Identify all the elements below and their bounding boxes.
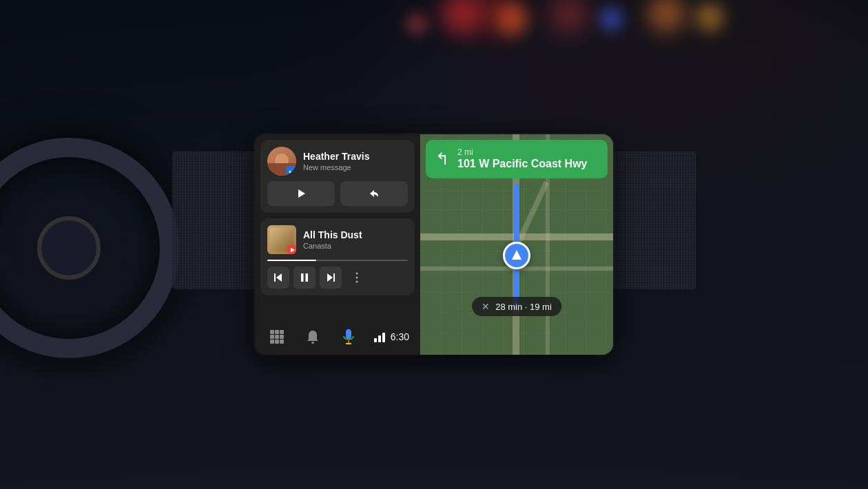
track-title: All This Dust [303,229,408,241]
apps-button[interactable] [266,326,288,348]
notifications-button[interactable] [302,326,324,348]
message-card[interactable]: Heather Travis New message [260,140,415,213]
map-panel[interactable]: ↰ 2 mi 101 W Pacific Coast Hwy ✕ 28 min … [420,134,613,355]
svg-point-9 [356,277,358,279]
music-header: All This Dust Canasta [267,225,408,254]
svg-rect-21 [346,329,351,339]
album-art [267,225,296,254]
bell-icon [306,329,320,344]
message-badge [287,166,296,176]
android-auto-screen: Heather Travis New message [255,134,613,355]
nav-distance: 2 mi [457,147,588,157]
music-source-badge [287,244,296,254]
turn-arrow-icon: ↰ [435,149,449,169]
svg-rect-2 [274,273,276,282]
svg-point-20 [311,342,314,344]
message-icon [289,169,295,174]
play-message-button[interactable] [267,181,335,206]
svg-rect-19 [280,340,284,344]
direction-arrow [512,250,521,260]
bottom-nav: 6:30 [255,319,420,355]
contact-name: Heather Travis [303,151,408,163]
svg-marker-7 [327,273,333,282]
nav-right: 6:30 [374,331,409,342]
skip-back-button[interactable] [267,267,289,289]
skip-forward-button[interactable] [320,267,342,289]
navigation-banner: ↰ 2 mi 101 W Pacific Coast Hwy [426,140,608,178]
left-panel: Heather Travis New message [255,134,420,355]
eta-badge: ✕ 28 min · 19 mi [472,297,561,316]
music-controls [267,267,408,289]
message-actions [267,181,408,206]
svg-rect-17 [270,340,274,344]
nav-left [266,326,360,348]
play-icon [296,188,307,199]
progress-fill [267,260,316,261]
apps-icon [269,329,285,344]
assistant-button[interactable] [338,326,360,348]
svg-rect-13 [280,330,284,334]
signal-indicator [374,331,385,342]
svg-marker-1 [291,248,295,252]
skip-back-icon [273,273,283,282]
svg-rect-14 [270,335,274,339]
svg-rect-11 [270,330,274,334]
track-artist: Canasta [303,242,408,250]
bokeh-lights [0,0,868,138]
navigation-info: 2 mi 101 W Pacific Coast Hwy [457,147,588,170]
svg-point-8 [356,273,358,275]
svg-rect-5 [306,273,309,282]
skip-forward-icon [326,273,335,282]
pause-button[interactable] [293,267,316,289]
svg-rect-4 [301,273,304,282]
more-options-button[interactable] [346,267,368,289]
progress-bar[interactable] [267,260,408,261]
svg-rect-16 [280,335,284,339]
music-info: All This Dust Canasta [303,229,408,251]
current-location-marker [503,242,530,269]
pause-icon [300,273,309,282]
music-card[interactable]: All This Dust Canasta [260,218,415,295]
eta-text: 28 min · 19 mi [495,302,552,312]
message-header: Heather Travis New message [267,147,408,176]
more-icon [355,272,358,283]
reply-message-button[interactable] [340,181,408,206]
contact-avatar [267,147,296,176]
speaker-left [172,152,255,289]
message-subtitle: New message [303,163,408,171]
signal-bar-1 [374,338,377,342]
youtube-icon [289,247,296,253]
svg-marker-3 [276,273,282,282]
clock: 6:30 [391,331,409,342]
speaker-right [613,152,696,289]
message-info: Heather Travis New message [303,151,408,172]
microphone-icon [342,329,355,345]
reply-icon [369,188,380,199]
svg-marker-0 [298,189,305,198]
svg-rect-12 [275,330,279,334]
svg-point-10 [356,281,358,283]
svg-rect-18 [275,340,279,344]
svg-rect-15 [275,335,279,339]
svg-rect-6 [333,273,335,282]
signal-bar-2 [378,335,381,342]
dismiss-route-button[interactable]: ✕ [482,301,490,312]
signal-bar-3 [382,333,385,342]
nav-street: 101 W Pacific Coast Hwy [457,157,588,170]
